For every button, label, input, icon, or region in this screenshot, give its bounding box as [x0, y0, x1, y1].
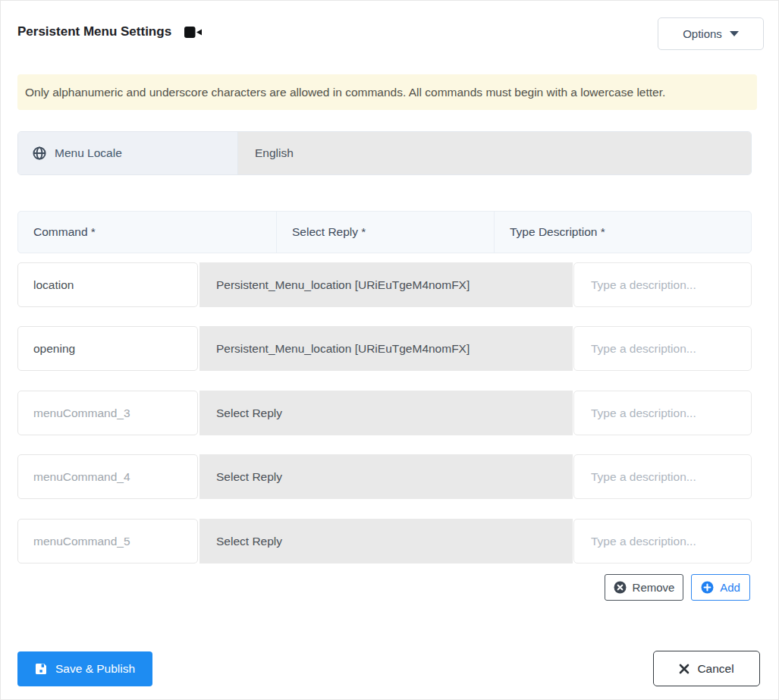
- table-row: Select Reply: [1, 454, 779, 499]
- command-input[interactable]: [17, 391, 198, 435]
- table-row: Persistent_Menu_location [URiEuTgeM4nomF…: [1, 262, 779, 307]
- description-input[interactable]: [573, 262, 752, 307]
- persistent-menu-settings-panel: Persistent Menu Settings Options Only al…: [0, 0, 779, 700]
- remove-row-button[interactable]: Remove: [605, 574, 683, 601]
- options-button[interactable]: Options: [658, 17, 764, 50]
- description-input[interactable]: [573, 519, 752, 563]
- menu-locale-value-text: English: [255, 146, 294, 160]
- page-title: Persistent Menu Settings: [17, 24, 202, 39]
- video-camera-icon: [184, 26, 202, 39]
- cancel-button-label: Cancel: [697, 662, 733, 676]
- header-command: Command *: [18, 212, 277, 253]
- command-input[interactable]: [17, 454, 198, 499]
- row-actions: Remove Add: [605, 574, 750, 601]
- command-input[interactable]: [17, 519, 198, 563]
- header-select-reply: Select Reply *: [277, 212, 495, 253]
- header-type-description: Type Description *: [495, 212, 751, 253]
- menu-locale-label-text: Menu Locale: [55, 146, 122, 160]
- options-button-label: Options: [683, 27, 722, 40]
- menu-locale-value: English: [238, 132, 751, 174]
- x-circle-icon: [614, 581, 627, 594]
- command-rules-alert: Only alphanumeric and underscore charact…: [17, 74, 757, 110]
- command-input[interactable]: [17, 262, 198, 307]
- select-reply-cell[interactable]: Persistent_Menu_location [URiEuTgeM4nomF…: [199, 326, 573, 371]
- description-input[interactable]: [573, 326, 752, 371]
- description-input[interactable]: [573, 454, 752, 499]
- select-reply-cell[interactable]: Select Reply: [199, 454, 573, 499]
- add-button-label: Add: [720, 581, 740, 594]
- table-row: Select Reply: [1, 391, 779, 435]
- save-publish-label: Save & Publish: [55, 662, 135, 676]
- x-icon: [679, 664, 689, 674]
- plus-circle-icon: [701, 581, 714, 594]
- select-reply-cell[interactable]: Persistent_Menu_location [URiEuTgeM4nomF…: [199, 262, 573, 307]
- save-icon: [35, 663, 47, 675]
- add-row-button[interactable]: Add: [691, 574, 750, 601]
- select-reply-cell[interactable]: Select Reply: [199, 391, 573, 435]
- commands-table-header: Command * Select Reply * Type Descriptio…: [17, 211, 752, 253]
- save-publish-button[interactable]: Save & Publish: [17, 651, 152, 686]
- globe-icon: [33, 146, 46, 160]
- table-row: Persistent_Menu_location [URiEuTgeM4nomF…: [1, 326, 779, 371]
- cancel-button[interactable]: Cancel: [653, 651, 760, 686]
- menu-locale-group: Menu Locale English: [17, 131, 752, 175]
- alert-text: Only alphanumeric and underscore charact…: [25, 86, 665, 99]
- command-input[interactable]: [17, 326, 198, 371]
- caret-down-icon: [730, 31, 739, 36]
- page-title-text: Persistent Menu Settings: [17, 24, 171, 39]
- remove-button-label: Remove: [633, 581, 675, 594]
- menu-locale-label: Menu Locale: [18, 132, 238, 174]
- select-reply-cell[interactable]: Select Reply: [199, 519, 573, 563]
- description-input[interactable]: [573, 391, 752, 435]
- table-row: Select Reply: [1, 519, 779, 563]
